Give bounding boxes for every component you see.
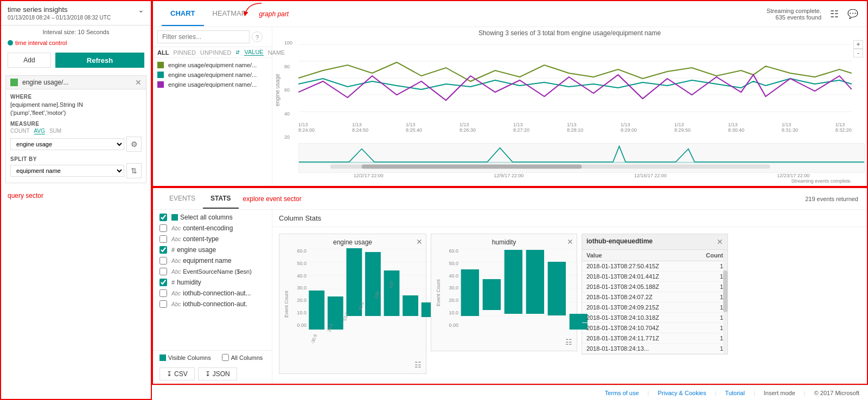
col-name-equipment: equipment name (183, 257, 231, 264)
explore-tabs: EVENTS STATS (162, 189, 239, 209)
x-axis-labels: 1/138:24:001/138:24:501/138:25:401/138:2… (298, 122, 852, 133)
svg-rect-32 (548, 262, 566, 315)
col-checkbox-humidity[interactable] (159, 279, 167, 286)
main-chart-svg (298, 38, 852, 122)
grid-icon[interactable]: ☷ (830, 8, 839, 20)
table-row: 2018-01-13T08:24:01.441Z1 (582, 272, 727, 282)
filter-row: ? (153, 27, 272, 47)
measure-tab-count[interactable]: COUNT (10, 128, 30, 134)
col-color-indicator (171, 214, 178, 221)
table-cell-count: 1 (692, 292, 727, 302)
footer-buttons: ↧ CSV ↧ JSON (159, 367, 237, 380)
zoom-in-button[interactable]: + (853, 40, 863, 49)
explore-sector-label: explore event sector (243, 195, 302, 203)
svg-rect-15 (309, 291, 324, 330)
measure-label: MEASURE (10, 121, 142, 127)
col-name-encoding: content-encoding (183, 224, 233, 232)
series-color-2 (157, 81, 164, 88)
tab-stats[interactable]: STATS (203, 189, 239, 209)
series-tab-all[interactable]: ALL (157, 49, 169, 56)
col-checkbox-iothub2[interactable] (159, 300, 167, 308)
sidebar-header: time series insights ⌄ 01/13/2018 08:24 … (1, 1, 151, 25)
tab-chart[interactable]: CHART (162, 2, 204, 26)
series-label-2: engine usage/equipment name/... (168, 81, 257, 88)
col-item-iothub-aut2: Abc iothub-connection-aut. (153, 299, 272, 309)
sidebar-buttons: Add Refresh (1, 49, 151, 71)
date-range: 01/13/2018 08:24 – 01/13/2018 08:32 UTC (8, 15, 144, 21)
columns-list: Select all columns Abc content-encoding … (153, 210, 272, 350)
col-checkbox-equipment[interactable] (159, 257, 167, 264)
table-cell-value: 2018-01-13T08:24:05.188Z (582, 282, 692, 292)
filter-help-icon[interactable]: ? (252, 31, 263, 42)
col-item-content-type: Abc content-type (153, 234, 272, 244)
col-checkbox-eventsource[interactable] (159, 268, 167, 275)
split-by-icon[interactable]: ⇅ (126, 163, 142, 178)
table-cell-count: 1 (692, 313, 727, 323)
add-button[interactable]: Add (8, 53, 51, 68)
table-cell-value: 2018-01-13T08:24:09.215Z (582, 302, 692, 313)
col-name-iothub2: iothub-connection-aut. (183, 300, 247, 308)
query-close-icon[interactable]: ✕ (135, 78, 142, 87)
explore-content: Select all columns Abc content-encoding … (153, 210, 867, 384)
series-tab-value[interactable]: VALUE (244, 49, 263, 56)
series-item-0[interactable]: engine usage/equipment name/... (157, 60, 267, 70)
table-row: 2018-01-13T08:24:10.704Z1 (582, 323, 727, 333)
engine-grid-icon[interactable]: ☷ (284, 360, 422, 369)
measure-tab-avg[interactable]: AVG (34, 128, 45, 134)
table-header-value: Value (582, 250, 692, 261)
table-cell-count: 1 (692, 272, 727, 282)
table-scrollbar[interactable] (723, 250, 727, 354)
svg-rect-8 (299, 162, 864, 163)
measure-tabs: COUNT AVG SUM (10, 128, 142, 134)
tab-events[interactable]: EVENTS (162, 189, 203, 209)
svg-rect-30 (505, 250, 522, 314)
query-body: WHERE [equipment name].String IN ('pump'… (6, 89, 146, 183)
humidity-grid-icon[interactable]: ☷ (436, 338, 572, 346)
series-item-1[interactable]: engine usage/equipment name/... (157, 70, 267, 80)
filter-series-input[interactable] (157, 30, 250, 43)
iothub-table: Value Count 2018-01-13T08:27:50.415Z1201… (582, 250, 727, 354)
explore-events-count: 219 events returned (805, 196, 858, 202)
stat-card-humidity-close[interactable]: ✕ (567, 237, 573, 246)
table-scrollbar-thumb[interactable] (723, 270, 727, 312)
tutorial-link[interactable]: Tutorial (725, 390, 745, 396)
stat-card-engine-close[interactable]: ✕ (416, 237, 423, 246)
table-row: 2018-01-13T08:24:07.2Z1 (582, 292, 727, 302)
terms-link[interactable]: Terms of use (605, 390, 639, 396)
table-cell-value: 2018-01-13T08:27:50.415Z (582, 261, 692, 272)
col-name-engine: engine usage (177, 246, 216, 254)
svg-rect-7 (362, 165, 582, 169)
chart-controls: + - (852, 38, 865, 142)
refresh-button[interactable]: Refresh (55, 53, 144, 68)
measure-tab-sum[interactable]: SUM (49, 128, 61, 134)
series-tab-pinned[interactable]: PINNED (173, 49, 196, 56)
json-label: JSON (213, 370, 230, 378)
table-card-close[interactable]: ✕ (717, 237, 723, 246)
series-item-2[interactable]: engine usage/equipment name/... (157, 80, 267, 89)
privacy-link[interactable]: Privacy & Cookies (658, 390, 706, 396)
col-checkbox-type[interactable] (159, 235, 167, 243)
query-card: engine usage/... ✕ WHERE [equipment name… (5, 75, 146, 183)
col-checkbox-encoding[interactable] (159, 224, 167, 232)
col-checkbox-engine[interactable] (159, 246, 167, 254)
table-row: 2018-01-13T08:24:05.188Z1 (582, 282, 727, 292)
series-tab-unpinned[interactable]: UNPINNED (200, 49, 231, 56)
stat-card-humidity-title: humidity (436, 238, 572, 246)
col-checkbox-all[interactable] (159, 214, 167, 221)
json-button[interactable]: ↧ JSON (198, 367, 237, 380)
series-list: engine usage/equipment name/... engine u… (153, 58, 272, 92)
csv-button[interactable]: ↧ CSV (159, 367, 195, 380)
col-item-all: Select all columns (153, 212, 272, 223)
series-color-0 (157, 62, 164, 68)
chevron-down-icon[interactable]: ⌄ (138, 5, 144, 14)
zoom-out-button[interactable]: - (853, 49, 863, 57)
svg-rect-20 (403, 295, 418, 316)
col-checkbox-iothub1[interactable] (159, 289, 167, 297)
measure-select[interactable]: engine usage (10, 138, 124, 150)
split-by-select[interactable]: equipment name (10, 165, 124, 177)
all-columns-checkbox[interactable] (222, 354, 229, 361)
chat-icon[interactable]: 💬 (847, 9, 858, 19)
measure-settings-icon[interactable]: ⚙ (126, 137, 142, 152)
sort-icon[interactable]: ⇵ (235, 49, 240, 55)
column-stats-header: Column Stats (272, 210, 867, 227)
